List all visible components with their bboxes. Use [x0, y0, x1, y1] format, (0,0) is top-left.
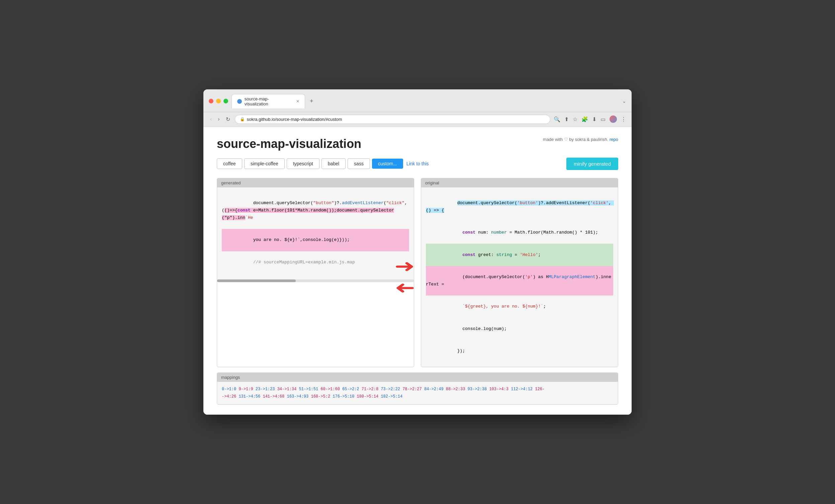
traffic-lights: [209, 99, 228, 103]
mapping-15: 126-: [535, 387, 545, 391]
mapping-18: 163->4:93: [287, 394, 308, 399]
download-icon[interactable]: ⬇: [592, 116, 596, 122]
original-code-line-6: console.log(num);: [426, 318, 613, 340]
tab-chevron-icon: ⌄: [622, 98, 626, 104]
repo-link[interactable]: repo: [610, 137, 618, 142]
reload-button[interactable]: ↻: [224, 116, 231, 123]
mapping-6: 65->2:2: [342, 387, 359, 391]
mappings-header: mappings: [217, 373, 618, 382]
url-bar[interactable]: 🔒 sokra.github.io/source-map-visualizati…: [235, 115, 550, 124]
close-tab-icon[interactable]: ✕: [296, 99, 300, 104]
mapping-11: 88->2:33: [446, 387, 465, 391]
page-content: source-map-visualization made with ♡ by …: [203, 127, 632, 415]
generated-panel-body: document.querySelector("button")?.addEve…: [217, 187, 414, 278]
bookmark-icon[interactable]: ☆: [573, 116, 577, 122]
menu-icon[interactable]: ⋮: [621, 116, 626, 122]
url-text: sokra.github.io/source-map-visualization…: [247, 117, 545, 122]
mappings-section: mappings 0->1:0 9->1:9 23->1:23 34->1:34…: [217, 372, 618, 405]
generated-scrollbar[interactable]: [217, 279, 414, 282]
button-row: coffee simple-coffee typescript babel sa…: [217, 158, 618, 170]
mapping-21: 180->5:14: [357, 394, 378, 399]
preset-coffee-button[interactable]: coffee: [217, 158, 242, 169]
original-panel: original document.querySelector('button'…: [421, 178, 618, 367]
mapping-4: 51->1:51: [299, 387, 318, 391]
extensions-icon[interactable]: 🧩: [582, 116, 588, 122]
link-to-this[interactable]: Link to this: [406, 161, 429, 166]
tab-title: source-map-visualization: [245, 96, 292, 106]
minify-generated-button[interactable]: minify generated: [566, 158, 618, 170]
mapping-22: 182->5:14: [381, 394, 403, 399]
made-with: made with ♡ by sokra & paulirish. repo: [543, 137, 618, 142]
generated-code-line-3: //# sourceMappingURL=example.min.js.map: [222, 251, 409, 274]
avatar[interactable]: [610, 116, 617, 123]
lock-icon: 🔒: [240, 117, 245, 121]
original-code-line-3: const greet: string = 'Hello';: [426, 244, 613, 266]
preset-simple-coffee-button[interactable]: simple-coffee: [244, 158, 285, 169]
generated-panel-header: generated: [217, 178, 414, 187]
preset-custom-button[interactable]: custom...: [372, 159, 403, 169]
tab-favicon: [237, 99, 242, 104]
original-panel-body: document.querySelector('button')?.addEve…: [421, 187, 618, 367]
mapping-20: 176->5:10: [332, 394, 354, 399]
mapping-1: 9->1:9: [239, 387, 253, 391]
preset-typescript-button[interactable]: typescript: [287, 158, 320, 169]
tab-bar: source-map-visualization ✕ + ⌄: [231, 94, 626, 108]
mapping-12: 93->2:38: [468, 387, 487, 391]
close-button[interactable]: [209, 99, 213, 103]
original-code-line-2: const num: number = Math.floor(Math.rand…: [426, 222, 613, 244]
mapping-9: 78->2:27: [403, 387, 422, 391]
active-tab[interactable]: source-map-visualization ✕: [231, 94, 305, 108]
back-button[interactable]: ‹: [209, 116, 213, 123]
browser-window: source-map-visualization ✕ + ⌄ ‹ › ↻ 🔒 s…: [203, 89, 632, 415]
original-code-line-5: `${greet}, you are no. ${num}!`;: [426, 296, 613, 318]
mapping-15b: ->4:26: [222, 394, 236, 399]
reader-view-icon[interactable]: ▭: [600, 116, 606, 122]
mapping-8: 73->2:22: [381, 387, 400, 391]
made-with-text: made with ♡ by sokra & paulirish.: [543, 137, 609, 142]
toolbar-icons: 🔍 ⬆ ☆ 🧩 ⬇ ▭ ⋮: [554, 116, 626, 123]
minimize-button[interactable]: [216, 99, 221, 103]
mapping-16: 131->4:56: [239, 394, 260, 399]
address-bar: ‹ › ↻ 🔒 sokra.github.io/source-map-visua…: [203, 112, 632, 127]
page-header: source-map-visualization made with ♡ by …: [217, 137, 618, 151]
mapping-3: 34->1:34: [277, 387, 297, 391]
preset-babel-button[interactable]: babel: [322, 158, 346, 169]
mappings-body: 0->1:0 9->1:9 23->1:23 34->1:34 51->1:51…: [217, 382, 618, 404]
maximize-button[interactable]: [223, 99, 228, 103]
mapping-13: 103->4:3: [489, 387, 509, 391]
original-panel-header: original: [421, 178, 618, 187]
share-icon[interactable]: ⬆: [564, 116, 569, 122]
titlebar: source-map-visualization ✕ + ⌄: [203, 89, 632, 112]
mapping-5: 60->1:60: [321, 387, 340, 391]
generated-code-line-1: document.querySelector("button")?.addEve…: [222, 192, 409, 229]
generated-code-line-2: you are no. ${e}!`,console.log(e)}));: [222, 229, 409, 251]
page-title: source-map-visualization: [217, 137, 361, 151]
mapping-10: 84->2:49: [424, 387, 444, 391]
forward-button[interactable]: ›: [217, 116, 221, 123]
mapping-7: 71->2:8: [362, 387, 378, 391]
new-tab-button[interactable]: +: [308, 97, 315, 105]
mapping-0: 0->1:0: [222, 387, 236, 391]
search-icon[interactable]: 🔍: [554, 116, 561, 122]
mapping-17: 141->4:68: [263, 394, 284, 399]
mapping-14: 112->4:12: [511, 387, 533, 391]
panels-container: generated document.querySelector("button…: [217, 178, 618, 367]
mapping-19: 168->5:2: [311, 394, 330, 399]
original-code-line-1: document.querySelector('button')?.addEve…: [426, 192, 613, 222]
original-code-line-7: });: [426, 340, 613, 362]
preset-sass-button[interactable]: sass: [348, 158, 370, 169]
generated-panel: generated document.querySelector("button…: [217, 178, 414, 367]
mapping-2: 23->1:23: [256, 387, 275, 391]
original-code-line-4: (document.querySelector('p') as HMLParag…: [426, 266, 613, 296]
